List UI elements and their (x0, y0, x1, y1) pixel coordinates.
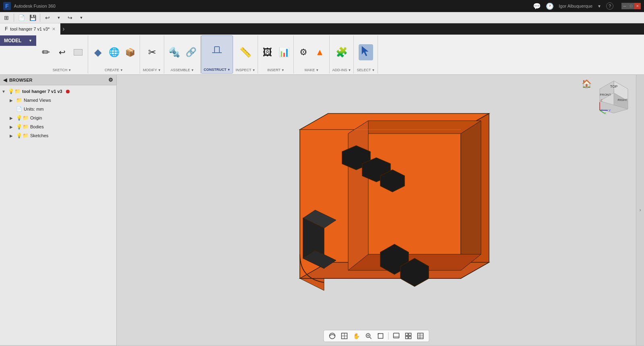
make-button[interactable]: ⚙ (296, 46, 311, 59)
redo-button[interactable]: ↪ (65, 13, 75, 23)
sketch-create-button[interactable]: ✏ (39, 45, 53, 59)
browser-collapse-arrow[interactable]: ◀ (3, 77, 7, 83)
assemble-button[interactable]: 🔩 (167, 45, 182, 59)
svg-text:FRONT: FRONT (600, 93, 611, 97)
make-3d-button[interactable]: ▲ (312, 46, 327, 59)
sketches-item[interactable]: ▶ 💡 📁 Sketches (0, 131, 116, 140)
tab-close-button[interactable]: ✕ (52, 27, 56, 32)
create-surface-button[interactable]: 🌐 (107, 46, 121, 59)
construct-label[interactable]: CONSTRUCT ▼ (204, 68, 230, 72)
view-cube[interactable]: TOP FRONT RIGHT Y Z X (596, 79, 632, 115)
origin-item[interactable]: ▶ 💡 📁 Origin (0, 113, 116, 122)
construct-button[interactable] (209, 43, 225, 61)
pan-button[interactable]: ✋ (351, 332, 362, 340)
joint-button[interactable]: 🔗 (184, 46, 198, 59)
addins-button[interactable]: 🧩 (334, 45, 349, 59)
svg-rect-53 (418, 333, 423, 339)
bodies-arrow[interactable]: ▶ (10, 125, 16, 129)
save-button[interactable]: 💾 (28, 13, 37, 23)
sketch-label[interactable]: SKETCH ▼ (53, 68, 71, 72)
insert-image-button[interactable]: 🖼 (260, 45, 275, 59)
ribbon-toolbar: MODEL ▼ ✏ ↩ SKETCH ▼ ◆ 🌐 (0, 35, 644, 75)
look-at-button[interactable] (339, 332, 350, 340)
named-views-item[interactable]: ▶ 📁 Named Views (0, 96, 116, 105)
close-button[interactable]: ✕ (634, 3, 641, 9)
inspect-label[interactable]: INSPECT ▼ (235, 68, 255, 72)
inspect-button[interactable]: 📏 (238, 45, 253, 59)
viewport[interactable]: TOP FRONT RIGHT Y Z X 🏠 ✋ (117, 75, 636, 345)
grid-button[interactable] (403, 332, 414, 340)
user-arrow[interactable]: ▼ (597, 4, 601, 8)
window-controls[interactable]: ─ □ ✕ (618, 3, 641, 9)
sketches-folder-icon: 📁 (23, 133, 29, 138)
undo-button[interactable]: ↩ (43, 13, 52, 23)
clock-icon[interactable]: 🕐 (546, 2, 554, 10)
expand-tabs-button[interactable]: › (62, 25, 64, 33)
zoom-button[interactable] (363, 332, 374, 340)
create-3d-button[interactable]: 📦 (123, 46, 137, 58)
select-label[interactable]: SELECT ▼ (357, 68, 375, 72)
inspect-buttons: 📏 (238, 37, 253, 67)
origin-label: Origin (30, 115, 42, 120)
quick-access-toolbar: ⊞ 📄 💾 ↩ ▼ ↪ ▼ (0, 12, 644, 23)
tree-root-item[interactable]: ▼ 💡 📁 tool hanger 7 v1 v3 ⏺ (0, 87, 116, 96)
file-menu-button[interactable]: 📄 (17, 13, 26, 23)
select-button[interactable] (359, 44, 373, 60)
select-icon (360, 45, 372, 59)
units-item[interactable]: ▶ 📄 Units: mm (0, 105, 116, 113)
notification-icon[interactable]: 💬 (533, 2, 541, 10)
sketches-arrow[interactable]: ▶ (10, 134, 16, 138)
origin-arrow[interactable]: ▶ (10, 116, 16, 120)
create-label[interactable]: CREATE ▼ (105, 68, 123, 72)
sketch-look-button[interactable] (71, 48, 85, 57)
modify-button[interactable]: ✂ (145, 45, 159, 59)
sketch-buttons: ✏ ↩ (39, 37, 85, 67)
root-collapse-arrow[interactable]: ▼ (2, 89, 8, 94)
svg-marker-11 (461, 121, 481, 270)
sketches-bulb-icon: 💡 (16, 133, 22, 138)
assemble-icon: 🔩 (168, 47, 180, 58)
title-bar-left: F Autodesk Fusion 360 (3, 2, 56, 10)
app-title: Autodesk Fusion 360 (14, 4, 56, 8)
home-button[interactable]: 🏠 (582, 79, 592, 89)
record-icon[interactable]: ⏺ (65, 88, 70, 95)
document-tab[interactable]: F tool hanger 7 v1 v3* ✕ (0, 23, 61, 35)
inspect-group: 📏 INSPECT ▼ (233, 35, 258, 74)
restore-button[interactable]: □ (628, 3, 634, 9)
right-panel[interactable]: › (636, 75, 644, 345)
insert-data-button[interactable]: 📊 (277, 46, 291, 59)
create-solid-button[interactable]: ◆ (91, 45, 105, 59)
view-options-button[interactable] (415, 332, 426, 340)
assemble-buttons: 🔩 🔗 (167, 37, 198, 67)
construct-icon (211, 44, 223, 60)
main-area: ◀ BROWSER ⚙ ▼ 💡 📁 tool hanger 7 v1 v3 ⏺ … (0, 75, 644, 345)
display-settings-button[interactable] (391, 332, 402, 340)
bodies-item[interactable]: ▶ 💡 📁 Bodies (0, 122, 116, 131)
named-views-arrow[interactable]: ▶ (10, 98, 16, 103)
svg-text:RIGHT: RIGHT (618, 98, 628, 102)
undo-dropdown-button[interactable]: ▼ (54, 13, 64, 23)
fit-button[interactable] (376, 332, 386, 340)
user-name[interactable]: Igor Albuquerque (559, 4, 592, 8)
modify-icon: ✂ (148, 47, 156, 58)
make-label[interactable]: MAKE ▼ (305, 68, 319, 72)
workspace-selector[interactable]: MODEL ▼ (0, 35, 36, 46)
orbit-button[interactable] (327, 332, 338, 340)
addins-label[interactable]: ADD-INS ▼ (332, 68, 351, 72)
redo-dropdown-button[interactable]: ▼ (76, 13, 86, 23)
minimize-button[interactable]: ─ (621, 3, 628, 9)
right-panel-expand-icon[interactable]: › (640, 207, 641, 213)
svg-rect-47 (394, 333, 399, 338)
apps-grid-button[interactable]: ⊞ (2, 13, 11, 23)
app-logo: F (3, 2, 11, 10)
sketch-finish-button[interactable]: ↩ (55, 46, 69, 58)
make-group: ⚙ ▲ MAKE ▼ (294, 35, 330, 74)
assemble-label[interactable]: ASSEMBLE ▼ (171, 68, 194, 72)
sketch-look-icon (74, 49, 83, 56)
browser-settings-icon[interactable]: ⚙ (108, 77, 113, 83)
help-icon[interactable]: ? (606, 2, 613, 10)
insert-label[interactable]: INSERT ▼ (267, 68, 285, 72)
modify-label[interactable]: MODIFY ▼ (143, 68, 161, 72)
addins-icon: 🧩 (336, 47, 348, 58)
svg-marker-24 (600, 81, 614, 101)
